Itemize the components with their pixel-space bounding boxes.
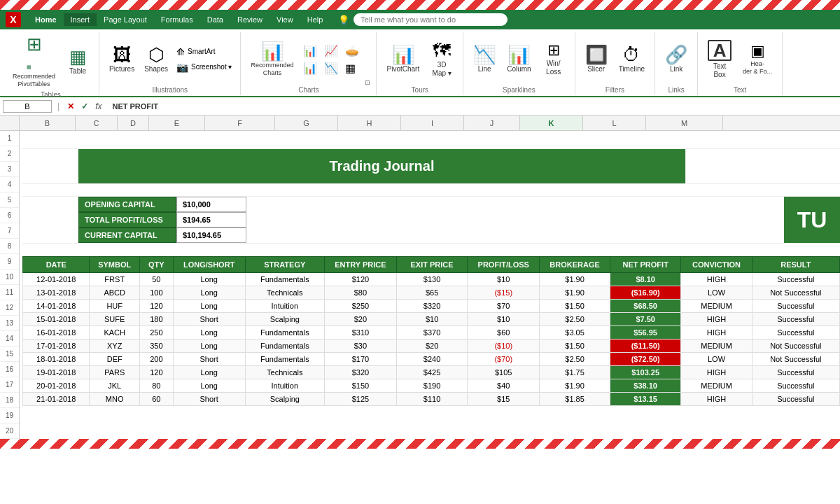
- tab-view[interactable]: View: [270, 13, 300, 26]
- recommended-charts-button[interactable]: 📊 RecommendedCharts: [246, 39, 298, 80]
- row-num-18[interactable]: 18: [0, 393, 19, 408]
- col-header-h[interactable]: H: [338, 115, 401, 130]
- row-num-1[interactable]: 1: [0, 131, 19, 146]
- table-cell: $120: [324, 273, 396, 286]
- col-header-b[interactable]: B: [20, 115, 76, 130]
- table-row[interactable]: 15-01-2018SUFE180ShortScalping$20$10$10$…: [23, 313, 840, 326]
- pivot-chart-button[interactable]: 📊 PivotChart: [382, 43, 424, 76]
- tell-me-input[interactable]: [354, 13, 507, 26]
- text-box-button[interactable]: A TextBox: [704, 37, 736, 82]
- col-header-i[interactable]: I: [401, 115, 464, 130]
- row-num-17[interactable]: 17: [0, 377, 19, 393]
- row-num-2[interactable]: 2: [0, 146, 19, 162]
- row-num-19[interactable]: 19: [0, 408, 19, 424]
- line-sparkline-icon: 📉: [473, 46, 496, 64]
- tab-review[interactable]: Review: [230, 13, 270, 26]
- table-cell: Fundamentals: [245, 353, 324, 366]
- row-num-4[interactable]: 4: [0, 177, 19, 192]
- col-header-k[interactable]: K: [520, 115, 583, 130]
- line-sparkline-button[interactable]: 📉 Line: [469, 43, 500, 76]
- table-row[interactable]: 14-01-2018HUF120LongIntuition$250$320$70…: [23, 300, 840, 313]
- col-header-j[interactable]: J: [464, 115, 520, 130]
- table-cell: $103.25: [610, 366, 680, 379]
- table-cell: 180: [140, 313, 174, 326]
- insert-function-icon[interactable]: fx: [93, 102, 104, 111]
- ribbon-group-text: A TextBox ▣ Hea-der & Fo... Text: [698, 32, 783, 95]
- table-cell: $320: [396, 300, 467, 313]
- 3d-map-button[interactable]: 🗺 3DMap ▾: [426, 38, 457, 80]
- row-num-3[interactable]: 3: [0, 162, 19, 177]
- bar-chart-button[interactable]: 📊: [300, 60, 320, 76]
- cancel-formula-icon[interactable]: ✕: [65, 102, 76, 111]
- screenshot-button[interactable]: 📷 Screenshot ▾: [174, 60, 234, 74]
- row-num-11[interactable]: 11: [0, 285, 19, 300]
- column-chart-button[interactable]: 📊: [300, 43, 320, 59]
- table-row[interactable]: 18-01-2018DEF200ShortFundamentals$170$24…: [23, 353, 840, 366]
- tab-page-layout[interactable]: Page Layout: [97, 13, 154, 26]
- link-button[interactable]: 🔗 Link: [661, 43, 692, 76]
- smartart-button[interactable]: ⟰ SmartArt: [174, 45, 234, 59]
- recommended-pivot-tables-button[interactable]: ⊞▦ RecommendedPivotTables: [8, 32, 59, 91]
- row-num-5[interactable]: 5: [0, 192, 19, 208]
- col-header-c[interactable]: C: [76, 115, 118, 130]
- row-num-8[interactable]: 8: [0, 239, 19, 254]
- table-cell: JKL: [90, 379, 140, 393]
- confirm-formula-icon[interactable]: ✓: [79, 102, 90, 111]
- col-header-g[interactable]: G: [275, 115, 338, 130]
- row-num-13[interactable]: 13: [0, 316, 19, 331]
- table-row[interactable]: 20-01-2018JKL80LongIntuition$150$190$40$…: [23, 379, 840, 393]
- tab-home[interactable]: Home: [28, 13, 64, 26]
- name-box[interactable]: [3, 100, 52, 113]
- tab-help[interactable]: Help: [300, 13, 330, 26]
- opening-capital-label: OPENING CAPITAL: [78, 197, 176, 212]
- charts-dialog-launcher[interactable]: ⊡: [365, 79, 370, 86]
- table-row[interactable]: 12-01-2018FRST50LongFundamentals$120$130…: [23, 273, 840, 286]
- table-cell: $125: [324, 393, 396, 406]
- ribbon-group-tables: ⊞▦ RecommendedPivotTables ▦ Table Tables: [3, 32, 99, 95]
- line-chart-button[interactable]: 📈: [321, 43, 341, 59]
- more-charts-button[interactable]: ▦: [342, 60, 358, 76]
- col-header-f[interactable]: F: [205, 115, 275, 130]
- col-header-m[interactable]: M: [646, 115, 723, 130]
- row-numbers: 1 2 3 4 5 6 7 8 9 10 11 12 13 14 15 16 1…: [0, 131, 20, 439]
- column-sparkline-button[interactable]: 📊 Column: [503, 43, 535, 76]
- table-cell: $250: [324, 300, 396, 313]
- row-num-12[interactable]: 12: [0, 300, 19, 316]
- shapes-button[interactable]: ⬡ Shapes: [140, 43, 172, 76]
- table-button[interactable]: ▦ Table: [62, 45, 93, 78]
- row-num-15[interactable]: 15: [0, 346, 19, 362]
- table-row[interactable]: 21-01-2018MNO60ShortScalping$125$110$15$…: [23, 393, 840, 406]
- tables-group-label: Tables: [41, 91, 61, 100]
- tab-formulas[interactable]: Formulas: [154, 13, 200, 26]
- row-num-16[interactable]: 16: [0, 362, 19, 377]
- table-cell: 350: [140, 340, 174, 353]
- col-header-d[interactable]: D: [118, 115, 149, 130]
- table-row[interactable]: 16-01-2018KACH250LongFundamentals$310$37…: [23, 326, 840, 340]
- row-num-6[interactable]: 6: [0, 208, 19, 223]
- table-cell: $2.50: [540, 313, 610, 326]
- row-num-14[interactable]: 14: [0, 331, 19, 346]
- win-loss-sparkline-button[interactable]: ⊞ Win/Loss: [538, 40, 569, 79]
- col-header-l[interactable]: L: [583, 115, 646, 130]
- pie-chart-button[interactable]: 🥧: [342, 43, 362, 59]
- table-row[interactable]: 19-01-2018PARS120LongTechnicals$320$425$…: [23, 366, 840, 379]
- row-num-7[interactable]: 7: [0, 223, 19, 239]
- table-cell: ABCD: [90, 286, 140, 300]
- table-row[interactable]: 13-01-2018ABCD100LongTechnicals$80$65($1…: [23, 286, 840, 300]
- pictures-button[interactable]: 🖼 Pictures: [105, 43, 139, 76]
- row-num-10[interactable]: 10: [0, 270, 19, 285]
- tab-data[interactable]: Data: [200, 13, 230, 26]
- timeline-button[interactable]: ⏱ Timeline: [615, 43, 649, 76]
- table-row[interactable]: 17-01-2018XYZ350LongFundamentals$30$20($…: [23, 340, 840, 353]
- row-num-20[interactable]: 20: [0, 424, 19, 439]
- col-header-e[interactable]: E: [149, 115, 205, 130]
- table-cell: Successful: [752, 379, 839, 393]
- table-cell: PARS: [90, 366, 140, 379]
- row-num-9[interactable]: 9: [0, 254, 19, 270]
- trading-journal-title: Trading Journal: [78, 149, 685, 183]
- header-footer-button[interactable]: ▣ Hea-der & Fo...: [738, 41, 776, 78]
- slicer-button[interactable]: 🔲 Slicer: [581, 43, 612, 76]
- area-chart-button[interactable]: 📉: [321, 60, 341, 76]
- tab-insert[interactable]: Insert: [64, 13, 97, 26]
- table-cell: Intuition: [245, 379, 324, 393]
